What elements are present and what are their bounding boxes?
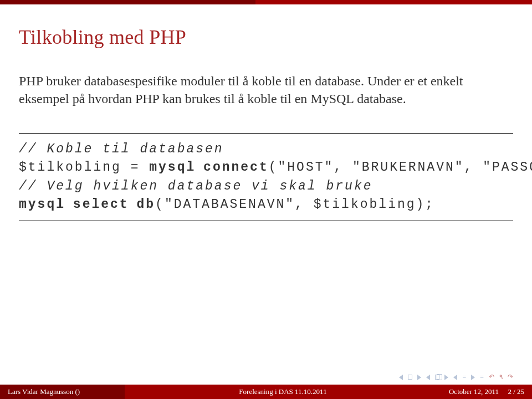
footer-author: Lars Vidar Magnusson (): [0, 385, 125, 399]
code-fn-select-c: db: [136, 197, 155, 212]
nav-redo-icon[interactable]: ↷: [508, 373, 513, 381]
nav-frames-icon[interactable]: [435, 375, 439, 380]
code-var: $tilkobling: [19, 160, 121, 175]
nav-back-sub-icon[interactable]: [453, 375, 457, 380]
code-fn-connect-a: mysql: [149, 160, 196, 175]
code-comment-2: // Velg hvilken database vi skal bruke: [19, 179, 373, 193]
code-block: // Koble til databasen $tilkobling = mys…: [19, 133, 513, 221]
code-fn-select-a: mysql: [19, 197, 65, 212]
nav-equiv2-icon[interactable]: ≡: [480, 373, 484, 381]
nav-next-icon[interactable]: [444, 375, 448, 380]
footer-bar: Lars Vidar Magnusson () Forelesning i DA…: [0, 385, 532, 399]
nav-controls: ≡ ≡ ↶ ۹ ↷: [399, 373, 513, 381]
slide-title: Tilkobling med PHP: [19, 25, 186, 49]
nav-first-icon[interactable]: [399, 375, 403, 380]
nav-search-icon[interactable]: ۹: [499, 373, 503, 381]
code-fn-connect-b: connect: [203, 160, 269, 175]
footer-date: October 12, 2011: [449, 387, 499, 396]
code-fn-select-b: select: [73, 197, 129, 212]
nav-prev-icon[interactable]: [426, 375, 430, 380]
nav-undo-icon[interactable]: ↶: [489, 373, 494, 381]
footer-page: 2 / 25: [508, 387, 524, 396]
body-paragraph: PHP bruker databasespesifike moduler til…: [19, 72, 513, 108]
footer-right: October 12, 2011 2 / 25: [441, 385, 532, 399]
footer-center: Forelesning i DAS 11.10.2011: [125, 385, 441, 399]
nav-fwd-sub-icon[interactable]: [471, 375, 475, 380]
code-comment-1: // Koble til databasen: [19, 142, 224, 156]
nav-next-section-icon[interactable]: [417, 375, 421, 380]
nav-section-back-icon[interactable]: [408, 375, 412, 380]
header-bar-progress: [0, 0, 255, 4]
nav-equiv-icon[interactable]: ≡: [462, 373, 466, 381]
